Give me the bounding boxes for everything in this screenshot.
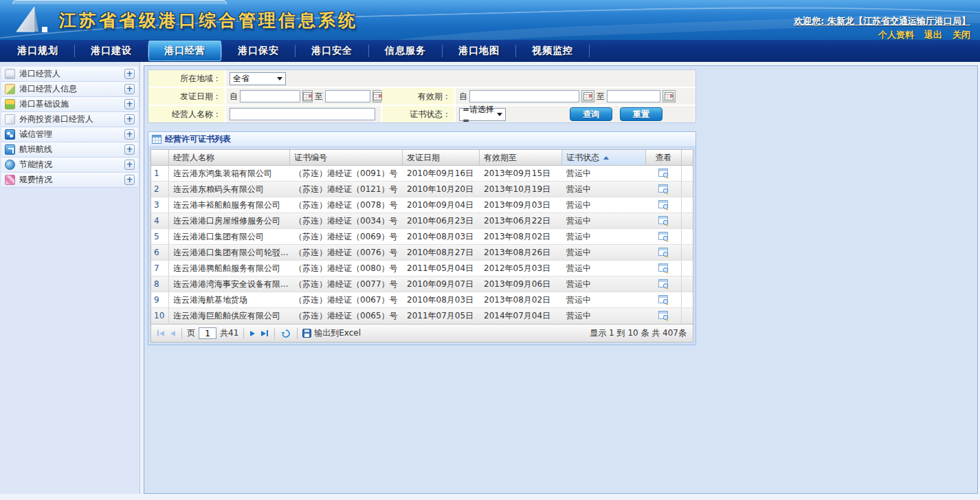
cert-status-select[interactable]: =请选择= <box>459 108 506 121</box>
valid-until-cell: 2013年10月19日 <box>480 182 562 197</box>
sidebar-item[interactable]: 规费情况 + <box>1 173 138 188</box>
cert-status-cell: 营运中 <box>562 213 646 228</box>
sidebar-item[interactable]: 诚信管理 + <box>1 127 138 142</box>
page-body: 港口经营人 + 港口经营人信息 + 港口基础设施 + 外商投资港口经营人 + 诚… <box>0 62 980 500</box>
nav-tab-active[interactable]: 港口经营 <box>148 41 221 61</box>
cert-number-cell: （苏连）港经证（0034）号 <box>290 213 403 228</box>
to-label: 至 <box>315 91 323 102</box>
col-header-issue-date[interactable]: 发证日期 <box>403 150 480 165</box>
last-page-button[interactable] <box>260 329 269 338</box>
sidebar-item[interactable]: 节能情况 + <box>1 157 138 173</box>
validity-from-input[interactable] <box>469 90 579 102</box>
query-button[interactable]: 查询 <box>570 107 612 121</box>
cert-status-cell: 营运中 <box>562 245 646 260</box>
expand-plus-icon[interactable]: + <box>124 175 135 185</box>
calendar-button[interactable] <box>662 90 676 102</box>
sidebar-item[interactable]: 港口经营人信息 + <box>1 82 138 97</box>
region-label: 所在地域： <box>148 70 225 87</box>
view-button[interactable] <box>646 229 682 244</box>
operator-name-input[interactable] <box>230 108 375 120</box>
view-detail-icon <box>658 263 669 274</box>
top-tab-decor <box>12 0 227 4</box>
calendar-icon <box>583 92 592 100</box>
page-number-input[interactable] <box>199 327 216 339</box>
cert-number-cell: （苏连）港经证（0076）号 <box>290 245 403 260</box>
region-selected-value: 全省 <box>233 73 249 85</box>
calendar-icon <box>303 92 312 100</box>
operator-name-cell: 连云港港腾船舶服务有限公司 <box>169 261 290 276</box>
page-title: 江苏省省级港口综合管理信息系统 <box>59 9 358 32</box>
valid-until-cell: 2013年06月22日 <box>480 213 562 228</box>
filler-cell <box>682 245 693 260</box>
export-excel-button[interactable]: 输出到Excel <box>302 327 361 339</box>
logout-link[interactable]: 退出 <box>924 29 942 40</box>
nav-tab[interactable]: 港口规划 <box>1 40 74 62</box>
expand-plus-icon[interactable]: + <box>124 114 135 124</box>
sidebar-item[interactable]: 航班航线 + <box>1 142 138 157</box>
nav-tab[interactable]: 信息服务 <box>369 40 442 62</box>
filler-cell <box>682 276 693 292</box>
col-header-cert-number[interactable]: 证书编号 <box>290 150 403 165</box>
region-select[interactable]: 全省 <box>230 72 286 85</box>
expand-plus-icon[interactable]: + <box>124 99 135 109</box>
view-button[interactable] <box>646 213 682 228</box>
issue-date-to-input[interactable] <box>325 90 370 102</box>
operator-name-cell: 连云港港湾海事安全设备有限... <box>169 276 290 292</box>
sidebar-item[interactable]: 港口基础设施 + <box>1 97 138 112</box>
col-header-valid-until[interactable]: 有效期至 <box>480 150 562 165</box>
prev-page-button[interactable] <box>169 329 177 338</box>
view-detail-icon <box>658 279 669 290</box>
cert-status-cell: 营运中 <box>562 182 646 197</box>
cert-status-cell: 营运中 <box>562 261 646 276</box>
profile-link[interactable]: 个人资料 <box>878 29 914 40</box>
next-page-button[interactable] <box>249 329 256 338</box>
close-link[interactable]: 关闭 <box>953 29 970 40</box>
expand-plus-icon[interactable]: + <box>124 69 135 79</box>
expand-plus-icon[interactable]: + <box>124 144 135 155</box>
table-row: 10 连云港海巨船舶供应有限公司 （苏连）港经证（0065）号 2011年07月… <box>151 308 693 324</box>
reset-button[interactable]: 重置 <box>620 107 662 121</box>
col-header-operator-name[interactable]: 经营人名称 <box>169 150 290 165</box>
validity-to-input[interactable] <box>607 90 660 102</box>
view-button[interactable] <box>646 308 682 323</box>
table-header-row: 经营人名称 证书编号 发证日期 有效期至 证书状态 查看 <box>151 150 693 166</box>
sidebar-item[interactable]: 港口经营人 + <box>1 67 138 82</box>
table-row: 8 连云港港湾海事安全设备有限... （苏连）港经证（0077）号 2010年0… <box>151 276 693 292</box>
nav-tab[interactable]: 港口地图 <box>443 40 515 62</box>
sidebar-item[interactable]: 外商投资港口经营人 + <box>1 112 138 127</box>
from-label: 自 <box>230 91 238 102</box>
validity-field: 自 至 <box>456 88 695 105</box>
content-area: 所在地域： 全省 发证日期： 自 至 <box>144 65 978 494</box>
view-button[interactable] <box>646 276 682 292</box>
expand-plus-icon[interactable]: + <box>124 160 135 170</box>
issue-date-from-input[interactable] <box>240 90 300 102</box>
nav-tab[interactable]: 港口保安 <box>222 40 295 62</box>
calendar-button[interactable] <box>372 90 383 102</box>
nav-tab[interactable]: 视频监控 <box>516 40 589 62</box>
nav-tab[interactable]: 港口建设 <box>75 40 148 62</box>
integrity-icon <box>5 129 15 140</box>
nav-tab[interactable]: 港口安全 <box>296 40 368 62</box>
refresh-button[interactable] <box>280 327 292 340</box>
view-button[interactable] <box>646 182 682 197</box>
calendar-button[interactable] <box>302 90 313 102</box>
first-page-button[interactable] <box>156 329 166 338</box>
view-button[interactable] <box>646 197 682 213</box>
operator-name-cell: 连云港丰裕船舶服务有限公司 <box>169 197 290 213</box>
view-button[interactable] <box>646 245 682 260</box>
expand-plus-icon[interactable]: + <box>124 129 135 140</box>
table-rows: 1 连云港东鸿集装箱有限公司 （苏连）港经证（0091）号 2010年09月16… <box>151 166 693 324</box>
valid-until-cell: 2014年07月04日 <box>480 308 562 323</box>
cert-number-cell: （苏连）港经证（0069）号 <box>290 229 403 244</box>
issue-date-cell: 2010年08月03日 <box>403 292 480 307</box>
chevron-down-icon <box>277 77 282 80</box>
calendar-button[interactable] <box>581 90 594 102</box>
col-header-cert-status[interactable]: 证书状态 <box>562 150 646 165</box>
operator-name-cell: 连云港港口集团有限公司 <box>169 229 290 244</box>
view-button[interactable] <box>646 292 682 307</box>
issue-date-cell: 2010年08月27日 <box>403 245 480 260</box>
view-button[interactable] <box>646 166 682 181</box>
expand-plus-icon[interactable]: + <box>124 84 135 94</box>
row-number: 5 <box>151 229 169 244</box>
view-button[interactable] <box>646 261 682 276</box>
